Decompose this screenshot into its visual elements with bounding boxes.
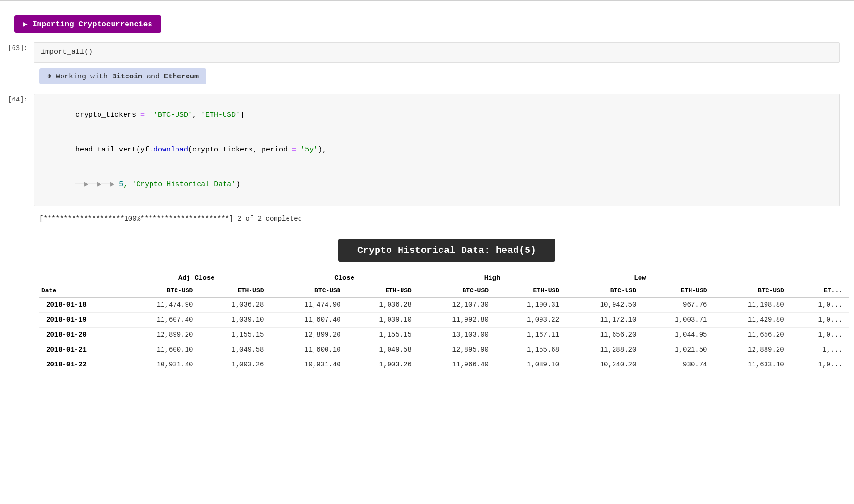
bitcoin-label: Bitcoin bbox=[112, 73, 142, 81]
code-arrow: ──▶──▶──▶ bbox=[75, 180, 119, 189]
info-text-prefix: Working with bbox=[56, 73, 112, 81]
info-text-mid: and bbox=[142, 73, 164, 81]
value-cell: 11,656.20 bbox=[566, 328, 643, 342]
value-cell: 11,288.20 bbox=[566, 342, 643, 357]
value-cell: 1,0... bbox=[791, 328, 849, 342]
value-cell: 10,931.40 bbox=[270, 357, 347, 372]
cell-64-row: [64]: crypto_tickers = ['BTC-USD', 'ETH-… bbox=[0, 92, 854, 208]
output-area: [********************100%***************… bbox=[0, 208, 854, 234]
value-cell: 11,474.90 bbox=[123, 298, 200, 313]
table-title-row: Crypto Historical Data: head(5) bbox=[0, 239, 854, 262]
value-cell: 11,633.10 bbox=[714, 357, 791, 372]
value-cell: 1,036.28 bbox=[348, 298, 418, 313]
progress-text: [********************100%***************… bbox=[39, 212, 840, 230]
table-body: 2018-01-1811,474.901,036.2811,474.901,03… bbox=[39, 298, 849, 372]
value-cell: 12,107.30 bbox=[418, 298, 495, 313]
table-row: 2018-01-2012,899.201,155.1512,899.201,15… bbox=[39, 328, 849, 342]
code-method: download bbox=[153, 146, 188, 154]
value-cell: 11,600.10 bbox=[123, 342, 200, 357]
th-low-eth: ETH-USD bbox=[643, 284, 714, 298]
value-cell: 11,600.10 bbox=[270, 342, 347, 357]
value-cell: 1,089.10 bbox=[495, 357, 566, 372]
value-cell: 1,044.95 bbox=[643, 328, 714, 342]
section-header-row: ▶ Importing Cryptocurrencies bbox=[0, 11, 854, 40]
code-str1: 'BTC-USD' bbox=[153, 111, 192, 119]
th-empty bbox=[39, 271, 123, 284]
value-cell: 1,155.15 bbox=[200, 328, 270, 342]
value-cell: 1,155.15 bbox=[348, 328, 418, 342]
th-date: Date bbox=[39, 284, 123, 298]
cell-63-code: import_all() bbox=[41, 47, 832, 58]
table-row: 2018-01-2111,600.101,049.5811,600.101,04… bbox=[39, 342, 849, 357]
code-bracket-open: [ bbox=[145, 111, 153, 119]
th-extra bbox=[714, 271, 849, 284]
code-str2: 'ETH-USD' bbox=[201, 111, 240, 119]
date-cell: 2018-01-20 bbox=[39, 328, 123, 342]
date-cell: 2018-01-22 bbox=[39, 357, 123, 372]
value-cell: 930.74 bbox=[643, 357, 714, 372]
value-cell: 11,429.80 bbox=[714, 313, 791, 328]
code-bracket-close: ] bbox=[240, 111, 244, 119]
th-low: Low bbox=[566, 271, 714, 284]
value-cell: 1,093.22 bbox=[495, 313, 566, 328]
date-cell: 2018-01-18 bbox=[39, 298, 123, 313]
importing-cryptocurrencies-badge: ▶ Importing Cryptocurrencies bbox=[14, 15, 161, 33]
th-close: Close bbox=[270, 271, 418, 284]
code-var: crypto_tickers bbox=[75, 111, 140, 119]
code-period-str: '5y' bbox=[296, 146, 318, 154]
code-comma1: , bbox=[192, 111, 201, 119]
value-cell: 11,966.40 bbox=[418, 357, 495, 372]
value-cell: 1,155.68 bbox=[495, 342, 566, 357]
th-adj-close: Adj Close bbox=[123, 271, 270, 284]
th-adj-close-eth: ETH-USD bbox=[200, 284, 270, 298]
value-cell: 12,889.20 bbox=[714, 342, 791, 357]
cell-64-line1: crypto_tickers = ['BTC-USD', 'ETH-USD'] bbox=[41, 98, 832, 133]
value-cell: 11,198.80 bbox=[714, 298, 791, 313]
data-table-wrapper: Adj Close Close High Low Date BTC-USD ET… bbox=[0, 271, 854, 372]
cell-64-content[interactable]: crypto_tickers = ['BTC-USD', 'ETH-USD'] … bbox=[34, 94, 840, 206]
code-data-str: , 'Crypto Historical Data' bbox=[123, 180, 236, 189]
value-cell: 1,049.58 bbox=[348, 342, 418, 357]
value-cell: 11,656.20 bbox=[714, 328, 791, 342]
value-cell: 1,0... bbox=[791, 298, 849, 313]
th-low-btc: BTC-USD bbox=[566, 284, 643, 298]
value-cell: 1,021.50 bbox=[643, 342, 714, 357]
th-extra-btc: BTC-USD bbox=[714, 284, 791, 298]
th-close-btc: BTC-USD bbox=[270, 284, 347, 298]
table-row: 2018-01-1911,607.401,039.1011,607.401,03… bbox=[39, 313, 849, 328]
value-cell: 1,049.58 bbox=[200, 342, 270, 357]
value-cell: 1,100.31 bbox=[495, 298, 566, 313]
top-border bbox=[0, 0, 854, 1]
value-cell: 1,039.10 bbox=[200, 313, 270, 328]
value-cell: 1,003.71 bbox=[643, 313, 714, 328]
cell-64-number: [64]: bbox=[0, 94, 34, 103]
th-high-btc: BTC-USD bbox=[418, 284, 495, 298]
code-equals: = bbox=[140, 111, 145, 119]
date-cell: 2018-01-21 bbox=[39, 342, 123, 357]
table-row: 2018-01-2210,931.401,003.2610,931.401,00… bbox=[39, 357, 849, 372]
value-cell: 10,240.20 bbox=[566, 357, 643, 372]
th-adj-close-btc: BTC-USD bbox=[123, 284, 200, 298]
cell-63-content[interactable]: import_all() bbox=[34, 42, 840, 63]
value-cell: 12,895.90 bbox=[418, 342, 495, 357]
value-cell: 1,003.26 bbox=[348, 357, 418, 372]
code-args-open: (crypto_tickers, period bbox=[188, 146, 292, 154]
value-cell: 11,172.10 bbox=[566, 313, 643, 328]
table-row: 2018-01-1811,474.901,036.2811,474.901,03… bbox=[39, 298, 849, 313]
value-cell: 1,036.28 bbox=[200, 298, 270, 313]
value-cell: 11,474.90 bbox=[270, 298, 347, 313]
cell-63-row: [63]: import_all() bbox=[0, 40, 854, 64]
code-paren-close: ) bbox=[236, 180, 240, 189]
info-badge-row: ⊕ Working with Bitcoin and Ethereum bbox=[0, 64, 854, 92]
value-cell: 1,039.10 bbox=[348, 313, 418, 328]
sub-header-row: Date BTC-USD ETH-USD BTC-USD ETH-USD BTC… bbox=[39, 284, 849, 298]
info-icon: ⊕ bbox=[47, 73, 51, 81]
value-cell: 1,0... bbox=[791, 357, 849, 372]
value-cell: 12,899.20 bbox=[270, 328, 347, 342]
cell-64-line2: head_tail_vert(yf.download(crypto_ticker… bbox=[41, 133, 832, 167]
value-cell: 12,899.20 bbox=[123, 328, 200, 342]
ethereum-label: Ethereum bbox=[164, 73, 199, 81]
notebook-container: ▶ Importing Cryptocurrencies [63]: impor… bbox=[0, 0, 854, 504]
group-header-row: Adj Close Close High Low bbox=[39, 271, 849, 284]
value-cell: 1,0... bbox=[791, 313, 849, 328]
